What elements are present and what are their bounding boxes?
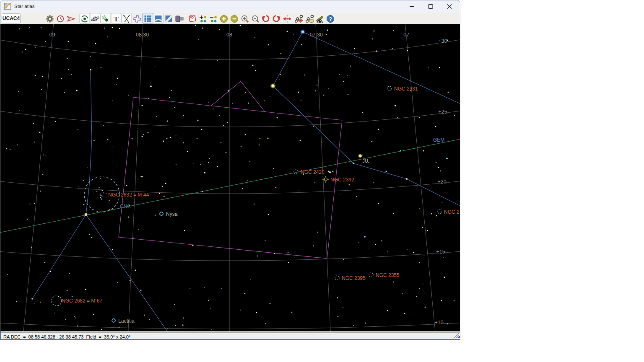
svg-text:08: 08: [226, 32, 232, 38]
svg-text:?: ?: [329, 16, 332, 22]
svg-text:Laetitia: Laetitia: [118, 318, 135, 324]
svg-text:NGC 2355: NGC 2355: [376, 272, 400, 278]
svg-text:09: 09: [49, 32, 55, 38]
svg-text:+25: +25: [438, 109, 447, 115]
svg-text:NGC 2420: NGC 2420: [301, 169, 325, 175]
svg-text:GEM: GEM: [433, 137, 444, 143]
svg-text:Nysa: Nysa: [166, 211, 178, 217]
svg-text:T: T: [114, 15, 119, 23]
svg-text:+15: +15: [436, 249, 445, 255]
svg-text:JU: JU: [362, 158, 368, 163]
svg-text:NGC 2392: NGC 2392: [330, 177, 354, 183]
svg-text:NGC 2395: NGC 2395: [342, 275, 366, 281]
svg-text:07 30: 07 30: [310, 32, 323, 38]
svg-text:+30: +30: [438, 38, 447, 44]
svg-text:+10: +10: [434, 320, 443, 326]
svg-text:+20: +20: [437, 179, 446, 185]
svg-text:07: 07: [403, 32, 409, 38]
svg-text:08 30: 08 30: [136, 32, 149, 38]
svg-text:CNC: CNC: [120, 204, 131, 209]
svg-text:NGC 2682 = M 67: NGC 2682 = M 67: [62, 298, 102, 304]
svg-text:NGC 2: NGC 2: [444, 209, 460, 215]
svg-text:NGC 2331: NGC 2331: [394, 86, 418, 92]
svg-text:NGC 2632 = M 44: NGC 2632 = M 44: [108, 192, 149, 198]
